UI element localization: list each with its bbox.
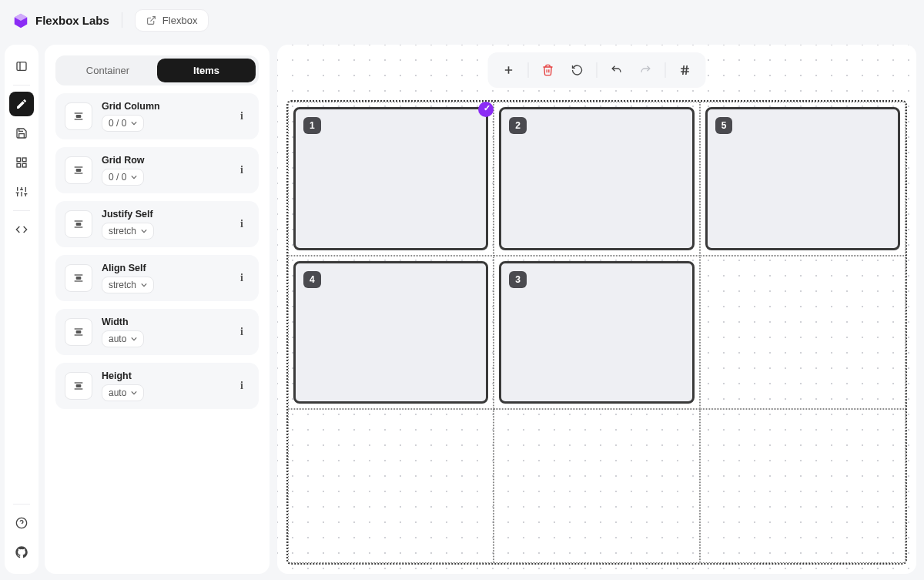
info-button[interactable]: i (234, 324, 249, 340)
prop-label: Grid Column (102, 101, 225, 112)
grid-cell[interactable] (700, 256, 906, 410)
grid-cell[interactable]: 2 (494, 102, 699, 256)
grid-cell[interactable]: 1✓ (288, 102, 494, 256)
chevron-down-icon (131, 174, 137, 180)
rail-save[interactable] (9, 121, 34, 146)
prop-height: Heightautoi (55, 363, 259, 409)
prop-value-select[interactable]: 0 / 0 (102, 169, 144, 186)
svg-rect-2 (17, 158, 21, 162)
svg-rect-5 (17, 163, 21, 167)
chevron-down-icon (131, 120, 137, 126)
grid-item[interactable]: 1✓ (293, 107, 488, 250)
rail-divider (13, 85, 30, 85)
svg-rect-4 (22, 163, 26, 167)
rail-layouts[interactable] (9, 150, 34, 175)
undo-button[interactable] (604, 57, 630, 83)
rail-divider (13, 210, 30, 211)
prop-value-select[interactable]: stretch (102, 223, 154, 240)
rail-code[interactable] (9, 217, 34, 242)
reset-button[interactable] (564, 57, 591, 83)
toolbar-divider (528, 62, 529, 78)
toolbar-divider (597, 62, 598, 78)
svg-rect-0 (17, 62, 26, 71)
header-divider (122, 12, 122, 28)
grid-item[interactable]: 4 (293, 261, 488, 404)
grid-cell[interactable]: 3 (494, 256, 699, 410)
flexbox-link-label: Flexbox (162, 15, 198, 26)
external-link-icon (146, 15, 156, 25)
chevron-down-icon (141, 228, 147, 234)
info-button[interactable]: i (234, 378, 249, 394)
prop-value-select[interactable]: auto (102, 384, 144, 401)
prop-icon (65, 102, 92, 130)
prop-label: Grid Row (102, 155, 225, 166)
tab-items[interactable]: Items (157, 59, 256, 82)
svg-rect-3 (22, 158, 26, 162)
check-icon: ✓ (484, 103, 490, 113)
svg-rect-21 (76, 169, 80, 172)
grid-cell[interactable] (494, 409, 699, 563)
prop-icon (65, 156, 92, 184)
tab-container[interactable]: Container (59, 59, 157, 82)
svg-line-39 (683, 65, 684, 75)
svg-rect-27 (76, 277, 80, 280)
rail-panel-toggle[interactable] (9, 54, 34, 79)
redo-button[interactable] (633, 57, 659, 83)
rail-edit[interactable] (9, 92, 34, 116)
rail-divider (13, 504, 30, 505)
grid-item-number: 2 (509, 117, 527, 134)
grid-item-number: 4 (303, 271, 321, 288)
grid-item[interactable]: 3 (499, 261, 694, 404)
rail-github[interactable] (9, 540, 34, 565)
brand-title: Flexbox Labs (35, 14, 109, 27)
prop-grid-column: Grid Column0 / 0i (55, 93, 259, 139)
svg-rect-33 (76, 385, 80, 387)
panel-tabs: Container Items (55, 55, 259, 85)
rail-help[interactable] (9, 511, 34, 535)
grid-container[interactable]: 1✓2543 (286, 100, 907, 565)
left-rail (5, 45, 38, 574)
toolbar-divider (665, 62, 666, 78)
svg-rect-24 (76, 223, 80, 226)
svg-line-40 (686, 65, 687, 75)
canvas: 1✓2543 (277, 45, 916, 574)
prop-grid-row: Grid Row0 / 0i (55, 147, 259, 193)
grid-cell[interactable] (700, 409, 906, 563)
snap-button[interactable] (672, 57, 698, 83)
info-button[interactable]: i (234, 163, 249, 178)
app-header: Flexbox Labs Flexbox (0, 0, 924, 40)
grid-item-number: 1 (303, 117, 321, 134)
prop-align-self: Align Selfstretchi (55, 255, 259, 301)
info-button[interactable]: i (234, 216, 249, 232)
prop-label: Width (102, 317, 225, 327)
svg-rect-30 (76, 331, 80, 334)
flexbox-link[interactable]: Flexbox (135, 9, 209, 32)
delete-button[interactable] (535, 57, 561, 83)
prop-icon (65, 372, 92, 400)
chevron-down-icon (131, 336, 137, 342)
grid-item[interactable]: 5 (705, 107, 900, 250)
rail-settings[interactable] (9, 179, 34, 204)
logo-icon (12, 12, 28, 28)
chevron-down-icon (131, 390, 137, 396)
grid-cell[interactable] (288, 409, 494, 563)
prop-value-select[interactable]: auto (102, 330, 144, 347)
prop-label: Justify Self (102, 209, 225, 220)
grid-item-number: 5 (715, 117, 733, 134)
grid-cell[interactable]: 5 (700, 102, 906, 256)
prop-label: Align Self (102, 263, 225, 273)
properties-panel: Container Items Grid Column0 / 0iGrid Ro… (45, 45, 270, 574)
canvas-toolbar (488, 52, 706, 88)
prop-icon (65, 318, 92, 346)
grid-cell[interactable]: 4 (288, 256, 494, 410)
prop-icon (65, 264, 92, 292)
info-button[interactable]: i (234, 109, 249, 124)
chevron-down-icon (141, 282, 147, 288)
add-button[interactable] (496, 57, 522, 83)
prop-width: Widthautoi (55, 309, 259, 355)
info-button[interactable]: i (234, 270, 249, 286)
svg-rect-18 (76, 116, 80, 118)
grid-item[interactable]: 2 (499, 107, 694, 250)
prop-value-select[interactable]: stretch (102, 277, 154, 293)
prop-value-select[interactable]: 0 / 0 (102, 115, 144, 132)
